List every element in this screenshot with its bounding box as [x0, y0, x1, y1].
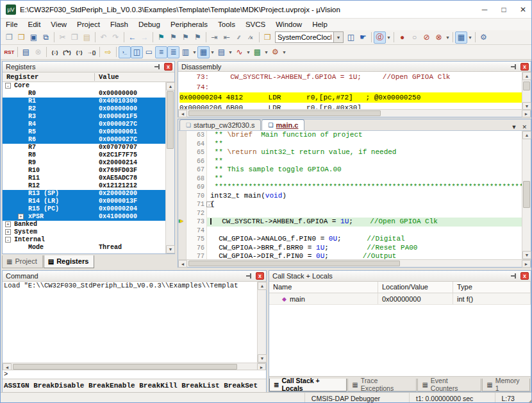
disable-all-breakpoints-icon[interactable]: ⊘: [420, 31, 433, 44]
register-row[interactable]: R15 (PC)0x00000204: [3, 205, 165, 213]
stop-icon[interactable]: ⊗: [32, 46, 44, 58]
symbols-window-icon[interactable]: ▭: [143, 46, 155, 58]
analysis-windows-icon[interactable]: ▦: [455, 31, 467, 44]
indent-icon[interactable]: ⇥: [208, 31, 220, 44]
paste-icon[interactable]: ▤: [81, 31, 93, 44]
code-line[interactable]: 76 CW_GPIOA->BRR_f.BRR0 = 1U; //Reset PA…: [178, 244, 522, 253]
editor-hscrollbar[interactable]: ◄ ►: [178, 259, 531, 267]
scroll-thumb[interactable]: [188, 261, 400, 266]
collapse-minus-icon[interactable]: -: [5, 237, 11, 243]
toolbox-icon[interactable]: ⚙: [269, 46, 281, 58]
close-icon[interactable]: x: [256, 272, 264, 280]
code-line[interactable]: 69 *************************************…: [178, 183, 522, 192]
menu-peripherals[interactable]: Peripherals: [165, 19, 213, 30]
menu-help[interactable]: Help: [307, 19, 333, 30]
insert-bookmark-icon[interactable]: ⚑: [155, 31, 167, 44]
run-to-cursor-icon[interactable]: →{}: [85, 46, 97, 58]
find-in-files-icon[interactable]: ⓓ: [374, 31, 386, 44]
menu-window[interactable]: Window: [270, 19, 307, 30]
system-viewer-icon[interactable]: ▩: [251, 46, 263, 58]
menu-project[interactable]: Project: [72, 19, 105, 30]
dropdown-arrow-icon[interactable]: ▼: [445, 31, 451, 44]
clear-bookmarks-icon[interactable]: ⚑: [192, 31, 204, 44]
comment-selection-icon[interactable]: ∕∕: [233, 31, 245, 44]
pin-icon[interactable]: [154, 64, 161, 70]
new-file-icon[interactable]: ❐: [3, 31, 15, 44]
registers-vscrollbar[interactable]: ▲ ▼: [165, 82, 174, 253]
register-row[interactable]: -Core: [3, 82, 165, 90]
column-header-type[interactable]: Type: [453, 282, 531, 293]
menu-debug[interactable]: Debug: [133, 19, 165, 30]
register-row[interactable]: R60x0000027C: [3, 136, 165, 144]
registers-window-icon[interactable]: ≡: [155, 46, 167, 58]
code-line[interactable]: 64 **: [178, 140, 522, 149]
scroll-down-icon[interactable]: ▼: [166, 245, 175, 253]
show-next-statement-icon[interactable]: ⇨: [102, 46, 114, 58]
maximize-button[interactable]: □: [494, 2, 513, 17]
editor-tab-main-c[interactable]: ❏main.c: [262, 119, 304, 130]
code-editor[interactable]: 63 ** \brief Main function of project64 …: [178, 131, 522, 259]
toggle-breakpoint-icon[interactable]: ●: [396, 31, 408, 44]
dropdown-arrow-icon[interactable]: ▼: [210, 46, 215, 58]
dropdown-arrow-icon[interactable]: ▼: [386, 31, 392, 44]
scroll-thumb[interactable]: [523, 81, 530, 90]
dropdown-arrow-icon[interactable]: ▼: [228, 46, 233, 58]
kill-all-breakpoints-icon[interactable]: ⊗: [433, 31, 445, 44]
code-line[interactable]: 67 ** This sample toggle GPIOA.00: [178, 166, 522, 175]
code-line[interactable]: 63 ** \brief Main function of project: [178, 131, 522, 140]
expand-plus-icon[interactable]: +: [18, 214, 24, 219]
code-line[interactable]: 71-{: [178, 200, 522, 209]
tab-registers[interactable]: ▤Registers: [44, 255, 95, 268]
disassembly-vscrollbar[interactable]: ▲ ▼: [522, 72, 531, 110]
collapse-minus-icon[interactable]: -: [5, 83, 11, 89]
pin-icon[interactable]: [511, 64, 517, 70]
call-stack-row[interactable]: ◆main0x00000000int f(): [269, 293, 531, 305]
column-header-name[interactable]: Name: [269, 282, 378, 293]
close-tab-icon[interactable]: ✕: [522, 124, 527, 130]
close-icon[interactable]: x: [520, 272, 529, 280]
register-row[interactable]: +System: [3, 228, 165, 236]
tab-list-dropdown-icon[interactable]: ▼: [511, 124, 517, 130]
register-row[interactable]: R120x12121212: [3, 182, 165, 190]
command-output[interactable]: Load "E:\\CW32F030_StdPeriph_Lib_V0.0.3\…: [3, 282, 257, 363]
code-line[interactable]: 72: [178, 209, 522, 218]
step-over-icon[interactable]: {↷}: [61, 46, 73, 58]
register-row[interactable]: R20x00000000: [3, 105, 165, 113]
save-icon[interactable]: ▣: [28, 31, 40, 44]
editor-vscrollbar[interactable]: ▲ ▼: [522, 131, 531, 259]
command-input[interactable]: >: [3, 370, 266, 379]
step-out-icon[interactable]: {↑}: [73, 46, 85, 58]
configure-flash-folder-icon[interactable]: ❒: [262, 31, 274, 44]
lookup-symbol-icon[interactable]: ◫: [345, 31, 357, 44]
register-row[interactable]: -Internal: [3, 236, 165, 244]
last-code-position-icon[interactable]: ☛: [357, 31, 369, 44]
close-icon[interactable]: x: [164, 63, 172, 71]
scroll-up-icon[interactable]: ▲: [166, 82, 175, 90]
cut-icon[interactable]: ✂: [56, 31, 69, 44]
save-all-icon[interactable]: ⧉: [40, 31, 52, 44]
expand-plus-icon[interactable]: +: [5, 221, 11, 227]
code-line[interactable]: 65 ** \return uint32_t return value, if …: [178, 148, 522, 157]
code-line[interactable]: 68 **: [178, 175, 522, 184]
scroll-down-icon[interactable]: ▼: [522, 251, 531, 259]
register-row[interactable]: R50x00000001: [3, 128, 165, 136]
next-bookmark-icon[interactable]: ⚑: [179, 31, 192, 44]
scroll-left-icon[interactable]: ◄: [178, 110, 187, 117]
navigate-forward-icon[interactable]: →: [138, 31, 151, 44]
disassembly-line[interactable]: 73: CW_SYSCTRL->AHBEN_f.GPIOA = 1U; //Op…: [179, 72, 522, 82]
tab-project[interactable]: ▦Project: [2, 255, 43, 268]
tab-call-stack-locals[interactable]: ≣Call Stack + Locals: [269, 379, 347, 391]
previous-bookmark-icon[interactable]: ⚑: [167, 31, 179, 44]
tab-memory-1[interactable]: ▦Memory 1: [482, 379, 530, 391]
dropdown-arrow-icon[interactable]: ▼: [263, 46, 269, 58]
scroll-left-icon[interactable]: ◄: [178, 260, 187, 268]
scroll-right-icon[interactable]: ►: [522, 110, 531, 117]
register-row[interactable]: R10x40010300: [3, 98, 165, 105]
undo-icon[interactable]: ↶: [97, 31, 110, 44]
dropdown-arrow-icon[interactable]: ▼: [245, 46, 251, 58]
disable-breakpoint-icon[interactable]: ○: [408, 31, 420, 44]
register-row[interactable]: R80x2C1F7F75: [3, 151, 165, 159]
register-row[interactable]: +xPSR0x41000000: [3, 213, 165, 221]
command-vscrollbar[interactable]: ▲ ▼: [257, 282, 266, 363]
close-icon[interactable]: x: [520, 63, 529, 71]
